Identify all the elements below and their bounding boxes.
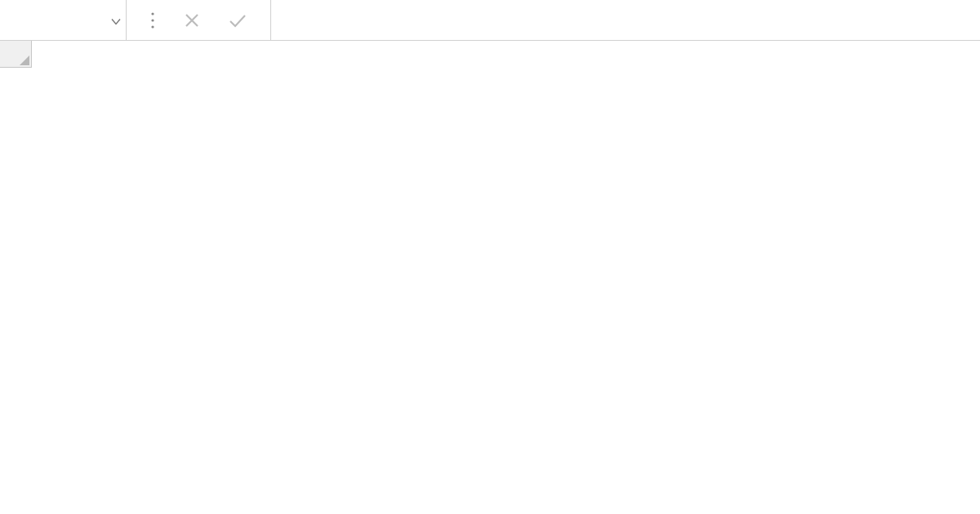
- worksheet[interactable]: [32, 68, 980, 514]
- formula-input[interactable]: [291, 0, 980, 40]
- formula-bar: [0, 0, 980, 41]
- select-all-corner[interactable]: [0, 41, 32, 68]
- svg-point-0: [151, 12, 154, 15]
- formula-buttons: [127, 0, 271, 40]
- column-headers: [0, 41, 980, 68]
- enter-icon[interactable]: [228, 12, 247, 29]
- dots-icon[interactable]: [149, 11, 156, 30]
- svg-point-1: [151, 19, 154, 21]
- cancel-icon[interactable]: [184, 12, 200, 29]
- row-headers: [0, 68, 32, 514]
- fx-label[interactable]: [271, 0, 291, 40]
- svg-point-2: [151, 25, 154, 28]
- chevron-down-icon[interactable]: [111, 11, 121, 29]
- name-box[interactable]: [0, 0, 127, 40]
